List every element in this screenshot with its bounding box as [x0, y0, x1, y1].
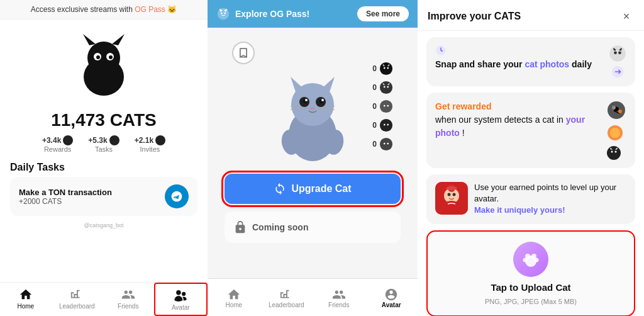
- task-name: Make a TON transaction: [19, 188, 112, 197]
- nav-mid-avatar[interactable]: Avatar: [365, 283, 418, 312]
- svg-point-45: [609, 45, 626, 62]
- reward-icon: [63, 135, 73, 145]
- svg-point-61: [453, 193, 456, 196]
- reward-coin-icon-1: [606, 100, 626, 120]
- cat-paw-icon-1: [609, 45, 626, 62]
- arrow-icon: [611, 65, 625, 79]
- right-panel: Improve your CATS × Snap and share your …: [418, 0, 644, 316]
- task-reward: +2000 CATS: [19, 197, 112, 206]
- svg-point-40: [387, 124, 389, 126]
- nav-friends[interactable]: Friends: [103, 283, 154, 316]
- svg-marker-3: [112, 34, 125, 45]
- friends-icon: [121, 288, 135, 302]
- cat-score-icon-1: [379, 62, 393, 76]
- upload-cat-card[interactable]: Tap to Upload Cat PNG, JPG, JPEG (Max 5 …: [426, 230, 635, 316]
- improve-title: Improve your CATS: [428, 11, 521, 22]
- save-icon[interactable]: [232, 42, 255, 64]
- score-list: 0 0 0: [372, 62, 393, 151]
- svg-point-51: [618, 110, 622, 113]
- leaderboard-icon: [70, 288, 84, 302]
- upgrade-cat-label: Upgrade Cat: [291, 183, 351, 195]
- svg-point-60: [448, 193, 451, 196]
- improve-content: Snap and share your cat photos daily: [418, 31, 644, 316]
- svg-point-36: [384, 105, 386, 107]
- cat-avatar: [66, 30, 142, 105]
- bottom-nav-left: Home Leaderboard Friends Avatar: [0, 282, 208, 316]
- lock-icon: [233, 220, 247, 234]
- nav-mid-friends[interactable]: Friends: [313, 283, 365, 312]
- cat-character-svg: [272, 59, 353, 166]
- svg-rect-11: [240, 48, 247, 57]
- home-icon: [19, 288, 33, 302]
- cat-score-icon-4: [379, 118, 393, 132]
- svg-point-56: [615, 151, 617, 153]
- share-icon: [435, 45, 447, 56]
- daily-tasks-title: Daily Tasks: [0, 153, 208, 177]
- score-row: 0: [372, 81, 393, 94]
- task-action-button[interactable]: [165, 184, 189, 208]
- explore-label: Explore OG Pass!: [235, 9, 309, 19]
- explore-banner: Explore OG Pass! See more: [208, 0, 418, 28]
- svg-point-7: [109, 55, 113, 59]
- coming-soon-area: Coming soon: [225, 212, 401, 243]
- svg-point-31: [387, 67, 389, 69]
- home-icon-mid: [227, 288, 241, 302]
- svg-point-10: [224, 13, 226, 14]
- nav-home[interactable]: Home: [0, 283, 52, 316]
- cat-score-icon-2: [379, 81, 393, 94]
- svg-point-39: [384, 124, 386, 126]
- nav-avatar[interactable]: Avatar: [154, 283, 208, 316]
- stat-invites: +2.1k Invites: [135, 135, 165, 153]
- stat-rewards: +3.4k Rewards: [42, 135, 73, 153]
- svg-point-33: [384, 86, 386, 88]
- svg-point-68: [535, 257, 539, 262]
- svg-marker-14: [291, 77, 304, 92]
- svg-point-46: [614, 52, 617, 55]
- make-unique-link[interactable]: Make it uniquely yours!: [474, 205, 565, 215]
- snap-text: Snap and share your cat photos daily: [435, 59, 602, 71]
- avatar-upgrade-card: Use your earned points to level up your …: [426, 174, 635, 224]
- svg-point-38: [380, 119, 392, 132]
- upgrade-cat-button[interactable]: Upgrade Cat: [225, 174, 401, 204]
- svg-point-35: [380, 100, 392, 113]
- svg-point-54: [607, 146, 621, 160]
- svg-point-20: [305, 99, 308, 101]
- nav-leaderboard[interactable]: Leaderboard: [52, 283, 103, 316]
- og-pass-text: Access exclusive streams with: [31, 5, 133, 14]
- left-panel: Access exclusive streams with OG Pass 🐱 …: [0, 0, 208, 316]
- svg-point-55: [611, 151, 613, 153]
- task-item[interactable]: Make a TON transaction +2000 CATS: [10, 177, 197, 216]
- nav-mid-leaderboard[interactable]: Leaderboard: [260, 283, 313, 312]
- svg-point-63: [446, 186, 457, 190]
- og-pass-link[interactable]: OG Pass 🐱: [135, 5, 177, 14]
- friends-icon-mid: [332, 288, 346, 302]
- reward-coin-icon-2: [606, 124, 624, 142]
- svg-point-47: [618, 52, 621, 55]
- svg-point-34: [387, 86, 389, 88]
- snap-share-card: Snap and share your cat photos daily: [426, 37, 635, 86]
- cat-face-small-icon: [606, 145, 621, 161]
- upload-title: Tap to Upload Cat: [491, 282, 570, 293]
- svg-point-22: [311, 107, 314, 110]
- svg-point-43: [387, 143, 389, 145]
- svg-point-1: [87, 42, 120, 74]
- close-button[interactable]: ×: [619, 9, 634, 24]
- svg-point-6: [96, 55, 100, 59]
- svg-marker-15: [321, 77, 335, 92]
- paw-upload-icon: [513, 242, 548, 277]
- bookmark-icon: [238, 47, 249, 59]
- reward-card: Get rewarded when our system detects a c…: [426, 93, 635, 168]
- avatar-icon-mid: [384, 288, 398, 302]
- upgrade-icon: [274, 183, 286, 195]
- cat-silhouette-icon: [69, 33, 138, 102]
- svg-point-50: [612, 106, 616, 110]
- see-more-button[interactable]: See more: [357, 6, 409, 21]
- stat-tasks: +5.3k Tasks: [88, 135, 119, 153]
- tasks-icon: [109, 135, 119, 145]
- svg-point-67: [523, 257, 528, 262]
- avatar-upgrade-text: Use your earned points to level up your …: [474, 182, 626, 217]
- nav-mid-home[interactable]: Home: [208, 283, 260, 312]
- og-pass-banner[interactable]: Access exclusive streams with OG Pass 🐱: [0, 0, 208, 20]
- improve-header: Improve your CATS ×: [418, 0, 644, 31]
- svg-marker-2: [83, 34, 96, 45]
